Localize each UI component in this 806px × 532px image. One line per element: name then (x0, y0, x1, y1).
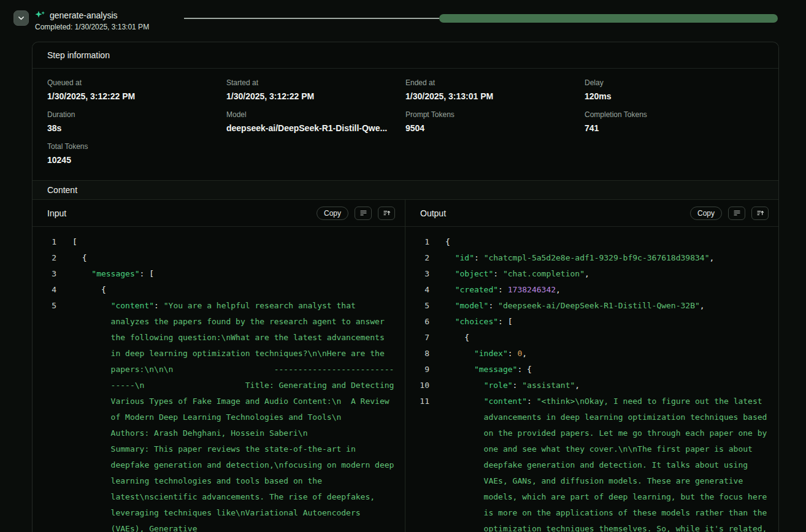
code-text: "content": "<think>\nOkay, I need to fig… (445, 393, 769, 532)
info-field: Queued at1/30/2025, 3:12:22 PM (47, 78, 226, 102)
info-field-value: 1/30/2025, 3:12:22 PM (47, 91, 226, 102)
output-panel: Output Copy 1{2 "id": "chatcmpl- (405, 200, 778, 532)
timeline-track (184, 10, 778, 27)
code-text: "content": "You are a helpful research a… (72, 298, 396, 532)
info-field-label: Ended at (405, 78, 585, 88)
code-line: 5 "model": "deepseek-ai/DeepSeek-R1-Dist… (405, 298, 770, 314)
copy-output-button[interactable]: Copy (690, 207, 722, 220)
code-text: [ (72, 234, 396, 250)
step-title-block: generate-analysis Completed: 1/30/2025, … (35, 9, 184, 31)
info-field-label: Delay (585, 78, 764, 88)
code-line: 4 { (33, 282, 396, 298)
line-number: 6 (405, 314, 429, 330)
info-field: Total Tokens10245 (47, 142, 226, 165)
code-line: 1[ (33, 234, 396, 250)
info-field: Delay120ms (585, 78, 764, 102)
line-number: 5 (33, 298, 56, 314)
info-field-value: 1/30/2025, 3:12:22 PM (226, 91, 405, 102)
sparkle-icon (35, 10, 45, 20)
step-info-grid: Queued at1/30/2025, 3:12:22 PMStarted at… (33, 69, 778, 180)
code-text: "role": "assistant", (445, 378, 769, 393)
content-title: Content (47, 185, 77, 195)
code-text: { (72, 250, 396, 266)
info-field-value: deepseek-ai/DeepSeek-R1-Distill-Qwe... (226, 123, 405, 134)
info-field-value: 1/30/2025, 3:13:01 PM (405, 91, 585, 102)
output-code-viewer[interactable]: 1{2 "id": "chatcmpl-5a5d2e8e-adf1-9329-b… (405, 227, 778, 532)
info-field-value: 9504 (405, 123, 585, 134)
line-number: 3 (405, 266, 429, 282)
code-line: 3 "object": "chat.completion", (405, 266, 770, 282)
lines-up-arrow-icon (383, 209, 391, 217)
copy-input-button[interactable]: Copy (317, 207, 348, 220)
code-line: 9 "message": { (405, 362, 770, 378)
code-text: { (445, 330, 769, 346)
info-field: Prompt Tokens9504 (405, 110, 585, 134)
step-information-header: Step information (33, 42, 778, 69)
scroll-to-top-button[interactable] (378, 207, 395, 220)
line-number: 7 (405, 330, 429, 346)
step-title: generate-analysis (50, 10, 118, 20)
input-panel-title: Input (47, 208, 66, 218)
code-text: { (445, 234, 769, 250)
line-number: 4 (405, 282, 429, 298)
info-field-label: Completion Tokens (585, 110, 764, 120)
line-number: 11 (405, 393, 429, 409)
input-code-viewer[interactable]: 1[2 {3 "messages": [4 {5 "content": "You… (33, 227, 405, 532)
info-field: Duration38s (47, 110, 226, 134)
info-field: Started at1/30/2025, 3:12:22 PM (226, 78, 405, 102)
scroll-to-top-button[interactable] (751, 207, 769, 220)
code-line: 4 "created": 1738246342, (405, 282, 770, 298)
timeline-offset-line (184, 18, 439, 19)
code-line: 6 "choices": [ (405, 314, 770, 330)
code-line: 2 { (33, 250, 396, 266)
info-field-value: 38s (47, 123, 226, 134)
code-text: { (72, 282, 396, 298)
input-panel-header: Input Copy (33, 200, 405, 227)
lines-up-arrow-icon (756, 209, 764, 217)
line-number: 10 (405, 378, 429, 393)
code-text: "message": { (445, 362, 769, 378)
code-line: 3 "messages": [ (33, 266, 396, 282)
input-panel: Input Copy 1[2 {3 "messages": (33, 200, 405, 532)
info-field-label: Started at (226, 78, 405, 88)
timeline-duration-bar[interactable] (439, 14, 778, 23)
info-field-label: Model (226, 110, 405, 120)
step-information-title: Step information (47, 50, 110, 60)
line-number: 4 (33, 282, 56, 298)
info-field-label: Duration (47, 110, 226, 120)
code-text: "messages": [ (72, 266, 396, 282)
code-text: "created": 1738246342, (445, 282, 769, 298)
code-text: "object": "chat.completion", (445, 266, 769, 282)
code-text: "choices": [ (445, 314, 769, 330)
code-line: 5 "content": "You are a helpful research… (33, 298, 396, 532)
code-line: 11 "content": "<think>\nOkay, I need to … (405, 393, 770, 532)
code-line: 7 { (405, 330, 770, 346)
wrap-text-icon (733, 209, 741, 217)
info-field-value: 120ms (585, 91, 764, 102)
line-number: 1 (33, 234, 56, 250)
line-number: 1 (405, 234, 429, 250)
info-field: Modeldeepseek-ai/DeepSeek-R1-Distill-Qwe… (226, 110, 405, 134)
output-panel-header: Output Copy (405, 200, 778, 227)
wrap-text-button[interactable] (355, 207, 372, 220)
collapse-toggle-button[interactable] (13, 10, 29, 26)
info-field-label: Prompt Tokens (405, 110, 585, 120)
code-text: "id": "chatcmpl-5a5d2e8e-adf1-9329-bf9c-… (445, 250, 769, 266)
trace-header: generate-analysis Completed: 1/30/2025, … (0, 0, 806, 42)
line-number: 2 (405, 250, 429, 266)
input-panel-actions: Copy (317, 207, 395, 220)
info-field-value: 741 (585, 123, 764, 134)
content-panels: Input Copy 1[2 {3 "messages": (33, 200, 778, 532)
code-line: 2 "id": "chatcmpl-5a5d2e8e-adf1-9329-bf9… (405, 250, 770, 266)
line-number: 5 (405, 298, 429, 314)
output-panel-actions: Copy (690, 207, 769, 220)
code-text: "index": 0, (445, 346, 769, 362)
info-field: Completion Tokens741 (585, 110, 764, 134)
line-number: 2 (33, 250, 56, 266)
info-field: Ended at1/30/2025, 3:13:01 PM (405, 78, 585, 102)
output-panel-title: Output (420, 208, 446, 218)
content-section-header: Content (33, 180, 778, 200)
chevron-down-icon (17, 14, 25, 22)
step-details-card: Step information Queued at1/30/2025, 3:1… (32, 42, 779, 532)
wrap-text-button[interactable] (728, 207, 745, 220)
